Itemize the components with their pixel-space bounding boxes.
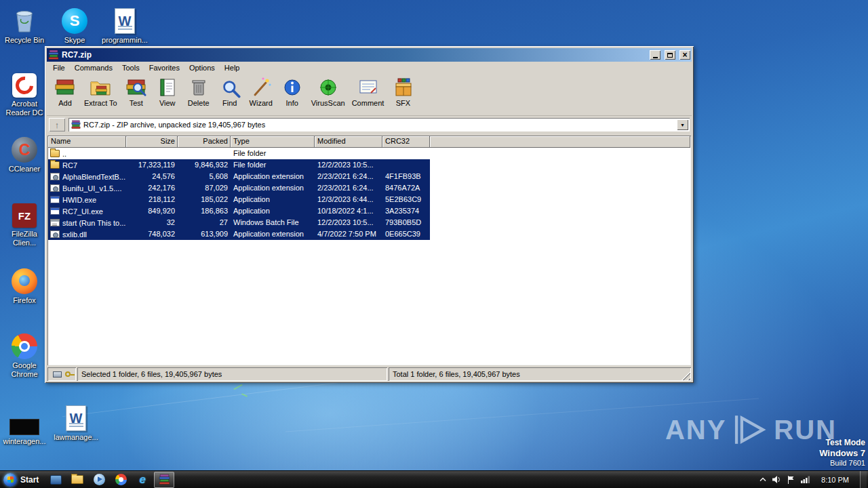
disk-icon: [53, 371, 62, 378]
sfx-button[interactable]: SFX: [387, 75, 418, 107]
desktop-icon-skype[interactable]: Skype: [50, 4, 99, 45]
desktop-icon-label: FileZilla Clien...: [0, 230, 49, 247]
internet-explorer-icon: [140, 473, 146, 487]
file-row[interactable]: sxlib.dll 748,032 613,909 Application ex…: [48, 228, 430, 240]
word-document-icon: [66, 405, 86, 431]
desktop-icon-ccleaner[interactable]: CCleaner: [0, 133, 49, 174]
column-headers: Name Size Packed Type Modified CRC32: [48, 136, 690, 148]
test-button[interactable]: Test: [121, 75, 152, 107]
desktop-icon-acrobat[interactable]: Acrobat Reader DC: [0, 68, 49, 117]
file-name: RC7_UI.exe: [62, 206, 103, 217]
menu-tools[interactable]: Tools: [117, 62, 144, 73]
winrar-window: RC7.zip × File Commands Tools Favorites …: [45, 46, 694, 383]
add-button[interactable]: Add: [50, 75, 81, 107]
column-header-crc32[interactable]: CRC32: [382, 136, 430, 148]
blue-app-icon: [50, 475, 62, 485]
volume-icon[interactable]: [772, 476, 781, 483]
desktop-icon-lawmanage[interactable]: lawmanage...: [52, 401, 100, 442]
clock[interactable]: 8:10 PM: [816, 476, 854, 484]
address-dropdown-button[interactable]: ▼: [677, 119, 688, 130]
file-name: Bunifu_UI_v1.5....: [62, 183, 121, 194]
file-row[interactable]: RC7 17,323,119 9,846,932 File folder 12/…: [48, 159, 430, 171]
status-bar: Selected 1 folder, 6 files, 19,405,967 b…: [47, 367, 691, 381]
start-button[interactable]: Start: [0, 471, 45, 488]
file-name: start (Run This to...: [62, 218, 125, 228]
menu-commands[interactable]: Commands: [70, 62, 117, 73]
file-row[interactable]: HWID.exe 218,112 185,022 Application 12/…: [48, 194, 430, 205]
winrar-app-icon: [48, 49, 59, 60]
status-icons-panel: [47, 367, 76, 381]
file-name: sxlib.dll: [62, 229, 87, 240]
column-header-packed[interactable]: Packed: [178, 136, 231, 148]
filezilla-icon: [12, 203, 37, 228]
media-player-icon: [94, 474, 105, 485]
taskbar-media-player[interactable]: [89, 472, 109, 488]
action-center-flag-icon[interactable]: [787, 476, 795, 484]
vm-info: Test Mode Windows 7 Build 7601: [819, 438, 865, 468]
file-row[interactable]: RC7_UI.exe 849,920 186,863 Application 1…: [48, 205, 430, 217]
column-header-name[interactable]: Name: [48, 136, 126, 148]
wizard-button[interactable]: Wizard: [245, 75, 277, 107]
extract-to-button[interactable]: Extract To: [81, 75, 121, 107]
menu-bar: File Commands Tools Favorites Options He…: [47, 62, 692, 74]
column-header-modified[interactable]: Modified: [315, 136, 382, 148]
dll-file-icon: [50, 173, 60, 180]
system-tray: 8:10 PM: [760, 471, 868, 488]
file-list-empty-area: [48, 240, 690, 365]
menu-favorites[interactable]: Favorites: [144, 62, 184, 73]
column-header-type[interactable]: Type: [231, 136, 315, 148]
info-button[interactable]: Info: [277, 75, 308, 107]
desktop-icon-recycle-bin[interactable]: Recycle Bin: [0, 4, 49, 45]
show-desktop-button[interactable]: [860, 471, 867, 488]
up-directory-button[interactable]: ↑: [49, 118, 65, 131]
vm-mode: Test Mode: [819, 438, 865, 448]
taskbar-winrar-active[interactable]: [154, 472, 174, 488]
anyrun-play-icon: [732, 413, 768, 446]
menu-file[interactable]: File: [48, 62, 70, 73]
view-button[interactable]: View: [152, 75, 183, 107]
chrome-icon: [12, 333, 37, 359]
comment-button[interactable]: Comment: [349, 75, 388, 107]
taskbar-app-window[interactable]: [45, 472, 66, 488]
address-combobox[interactable]: RC7.zip - ZIP archive, unpacked size 19,…: [68, 118, 690, 131]
file-row[interactable]: start (Run This to... 32 27 Windows Batc…: [48, 217, 430, 228]
archive-icon: [71, 120, 81, 129]
desktop-icon-label: CCleaner: [0, 165, 49, 174]
desktop-icon-programming-doc[interactable]: programmin...: [100, 4, 149, 45]
word-document-icon: [115, 8, 135, 34]
find-button[interactable]: Find: [214, 75, 245, 107]
virusscan-button[interactable]: VirusScan: [308, 75, 349, 107]
window-title: RC7.zip: [62, 50, 646, 60]
desktop-icon-chrome[interactable]: Google Chrome: [0, 329, 49, 378]
taskbar-internet-explorer[interactable]: [132, 472, 153, 488]
close-button[interactable]: ×: [679, 50, 690, 60]
desktop-icon-winteragent[interactable]: winteragen...: [0, 405, 49, 446]
file-row[interactable]: AlphaBlendTextB... 24,576 5,608 Applicat…: [48, 171, 430, 182]
up-folder-icon: [50, 150, 60, 157]
maximize-button[interactable]: [665, 50, 675, 60]
open-book-icon: [156, 77, 179, 98]
info-circle-icon: [281, 77, 304, 98]
desktop-icon-label: Google Chrome: [0, 361, 49, 378]
taskbar-chrome[interactable]: [111, 472, 131, 488]
title-bar[interactable]: RC7.zip ×: [47, 48, 692, 62]
desktop-icon-label: lawmanage...: [52, 433, 100, 442]
file-name: RC7: [62, 160, 77, 171]
menu-options[interactable]: Options: [184, 62, 220, 73]
tray-expand-icon[interactable]: [760, 477, 766, 483]
desktop-icon-label: programmin...: [100, 36, 149, 45]
magnifier-icon: [218, 77, 241, 98]
desktop-icon-firefox[interactable]: Firefox: [0, 264, 49, 305]
network-icon[interactable]: [801, 476, 810, 483]
menu-help[interactable]: Help: [220, 62, 245, 73]
trash-icon: [187, 77, 210, 98]
taskbar-explorer[interactable]: [67, 472, 87, 488]
delete-button[interactable]: Delete: [183, 75, 214, 107]
desktop-icon-filezilla[interactable]: FileZilla Clien...: [0, 198, 49, 247]
minimize-button[interactable]: [650, 50, 660, 60]
column-header-size[interactable]: Size: [126, 136, 178, 148]
acrobat-reader-icon: [12, 73, 37, 98]
file-row[interactable]: .. File folder: [48, 148, 430, 159]
wallpaper-sparkle: [233, 384, 242, 390]
file-row[interactable]: Bunifu_UI_v1.5.... 242,176 87,029 Applic…: [48, 182, 430, 194]
